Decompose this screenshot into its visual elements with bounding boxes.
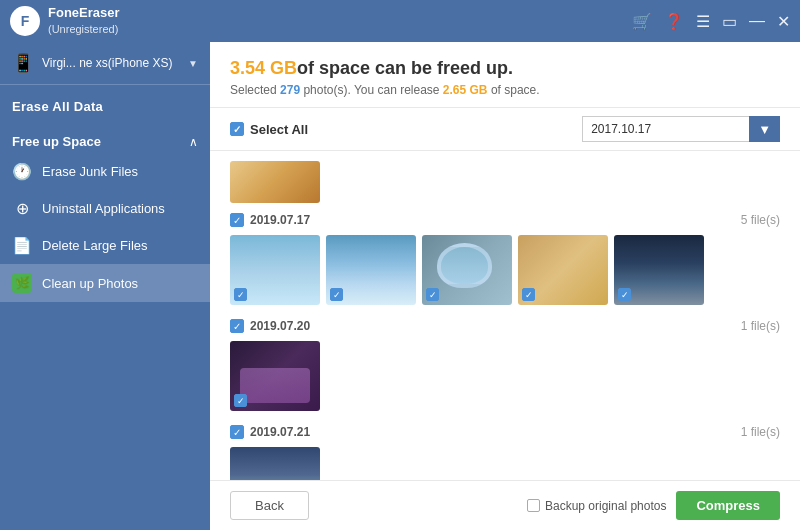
sub-text-3: of space. — [488, 83, 540, 97]
device-selector[interactable]: 📱 Virgi... ne xs(iPhone XS) ▼ — [0, 42, 210, 85]
date-group-header-2: ✓ 2019.07.20 1 file(s) — [230, 319, 780, 333]
main-layout: 📱 Virgi... ne xs(iPhone XS) ▼ Erase All … — [0, 42, 800, 530]
header-sub-text: Selected 279 photo(s). You can release 2… — [230, 83, 780, 97]
file-icon: 📄 — [12, 236, 32, 255]
footer-right: Backup original photos Compress — [527, 491, 780, 520]
app-status: (Unregistered) — [48, 22, 120, 36]
select-all-container[interactable]: ✓ Select All — [230, 122, 308, 137]
date-group-header-1: ✓ 2019.07.17 5 file(s) — [230, 213, 780, 227]
photo-thumb[interactable]: ✓ — [230, 235, 320, 305]
info-icon[interactable]: ❓ — [664, 12, 684, 31]
device-icon: 📱 — [12, 52, 34, 74]
group-checkbox-1[interactable]: ✓ — [230, 213, 244, 227]
thumb-checkbox[interactable]: ✓ — [234, 394, 247, 407]
date-group-left-2: ✓ 2019.07.20 — [230, 319, 310, 333]
date-input[interactable] — [582, 116, 749, 142]
content-header: 3.54 GBof space can be freed up. Selecte… — [210, 42, 800, 108]
free-up-chevron-icon: ∧ — [189, 135, 198, 149]
close-button[interactable]: ✕ — [777, 12, 790, 31]
content-footer: Back Backup original photos Compress — [210, 480, 800, 530]
erase-section-title: Erase All Data — [0, 85, 210, 122]
sidebar-item-label: Clean up Photos — [42, 276, 138, 291]
compress-button[interactable]: Compress — [676, 491, 780, 520]
toolbar: ✓ Select All ▼ — [210, 108, 800, 151]
space-text: of space can be freed up. — [297, 58, 513, 78]
release-size: 2.65 GB — [443, 83, 488, 97]
photo-grid-1: ✓ ✓ ✓ ✓ — [230, 235, 780, 305]
thumb-checkbox[interactable]: ✓ — [330, 288, 343, 301]
sidebar: 📱 Virgi... ne xs(iPhone XS) ▼ Erase All … — [0, 42, 210, 530]
photo-thumb[interactable]: ✓ — [230, 341, 320, 411]
app-title: FoneEraser (Unregistered) — [48, 5, 120, 36]
sidebar-item-label: Delete Large Files — [42, 238, 148, 253]
backup-label: Backup original photos — [527, 499, 666, 513]
group-checkbox-2[interactable]: ✓ — [230, 319, 244, 333]
select-all-label: Select All — [250, 122, 308, 137]
photo-thumb[interactable]: ✓ — [230, 447, 320, 480]
file-count-1: 5 file(s) — [741, 213, 780, 227]
date-label-2: 2019.07.20 — [250, 319, 310, 333]
photo-grid-3: ✓ — [230, 447, 780, 480]
sidebar-item-label: Uninstall Applications — [42, 201, 165, 216]
free-up-header: Free up Space ∧ — [0, 122, 210, 153]
title-bar-right: 🛒 ❓ ☰ ▭ — ✕ — [632, 12, 790, 31]
sub-text-2: photo(s). You can release — [300, 83, 443, 97]
app-name: FoneEraser — [48, 5, 120, 22]
backup-checkbox[interactable] — [527, 499, 540, 512]
partial-group — [230, 161, 780, 203]
sub-text-1: Selected — [230, 83, 280, 97]
select-all-checkbox[interactable]: ✓ — [230, 122, 244, 136]
display-icon[interactable]: ▭ — [722, 12, 737, 31]
cart-icon[interactable]: 🛒 — [632, 12, 652, 31]
sidebar-item-erase-junk[interactable]: 🕐 Erase Junk Files — [0, 153, 210, 190]
file-count-3: 1 file(s) — [741, 425, 780, 439]
sidebar-item-clean-photos[interactable]: 🌿 Clean up Photos — [0, 264, 210, 302]
chevron-down-icon: ▼ — [188, 58, 198, 69]
title-bar: F FoneEraser (Unregistered) 🛒 ❓ ☰ ▭ — ✕ — [0, 0, 800, 42]
photo-thumb[interactable]: ✓ — [422, 235, 512, 305]
sidebar-item-delete-large[interactable]: 📄 Delete Large Files — [0, 227, 210, 264]
date-filter: ▼ — [582, 116, 780, 142]
partial-thumb — [230, 161, 320, 203]
thumb-checkbox[interactable]: ✓ — [426, 288, 439, 301]
gb-value: 3.54 GB — [230, 58, 297, 78]
photo-thumb[interactable]: ✓ — [326, 235, 416, 305]
date-label-3: 2019.07.21 — [250, 425, 310, 439]
photo-thumb[interactable]: ✓ — [518, 235, 608, 305]
thumb-checkbox[interactable]: ✓ — [618, 288, 631, 301]
date-group-header-3: ✓ 2019.07.21 1 file(s) — [230, 425, 780, 439]
device-name: Virgi... ne xs(iPhone XS) — [42, 56, 180, 70]
app-logo: F — [10, 6, 40, 36]
title-bar-left: F FoneEraser (Unregistered) — [10, 5, 120, 36]
photo-grid-2: ✓ — [230, 341, 780, 411]
main-content: 3.54 GBof space can be freed up. Selecte… — [210, 42, 800, 530]
group-checkbox-3[interactable]: ✓ — [230, 425, 244, 439]
photos-area[interactable]: ✓ 2019.07.17 5 file(s) ✓ ✓ — [210, 151, 800, 480]
sidebar-item-uninstall-apps[interactable]: ⊕ Uninstall Applications — [0, 190, 210, 227]
date-label-1: 2019.07.17 — [250, 213, 310, 227]
photos-icon: 🌿 — [12, 273, 32, 293]
uninstall-icon: ⊕ — [12, 199, 32, 218]
date-filter-button[interactable]: ▼ — [749, 116, 780, 142]
date-group-left-1: ✓ 2019.07.17 — [230, 213, 310, 227]
free-up-title: Free up Space — [12, 134, 101, 149]
thumb-checkbox[interactable]: ✓ — [522, 288, 535, 301]
date-group-3: ✓ 2019.07.21 1 file(s) ✓ — [230, 425, 780, 480]
thumb-checkbox[interactable]: ✓ — [234, 288, 247, 301]
space-freed-text: 3.54 GBof space can be freed up. — [230, 58, 780, 79]
minimize-button[interactable]: — — [749, 12, 765, 30]
sidebar-item-label: Erase Junk Files — [42, 164, 138, 179]
menu-icon[interactable]: ☰ — [696, 12, 710, 31]
date-group-1: ✓ 2019.07.17 5 file(s) ✓ ✓ — [230, 213, 780, 305]
back-button[interactable]: Back — [230, 491, 309, 520]
file-count-2: 1 file(s) — [741, 319, 780, 333]
photo-count: 279 — [280, 83, 300, 97]
date-group-2: ✓ 2019.07.20 1 file(s) ✓ — [230, 319, 780, 411]
photo-thumb[interactable]: ✓ — [614, 235, 704, 305]
date-group-left-3: ✓ 2019.07.21 — [230, 425, 310, 439]
clock-icon: 🕐 — [12, 162, 32, 181]
backup-text: Backup original photos — [545, 499, 666, 513]
